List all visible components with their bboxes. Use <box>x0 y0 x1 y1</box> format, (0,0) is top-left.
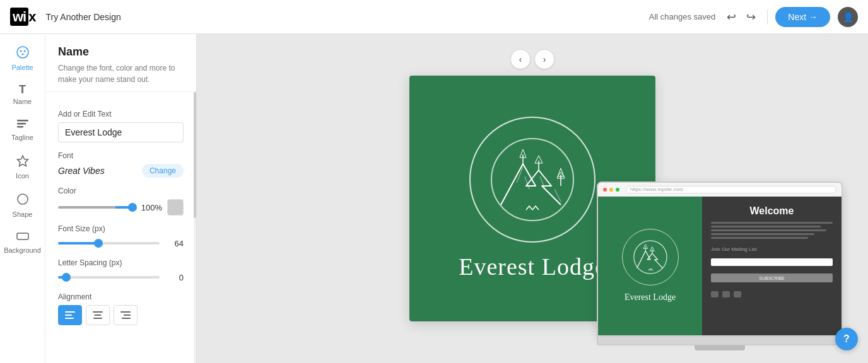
svg-point-1 <box>20 50 21 52</box>
panel-description: Change the font, color and more to make … <box>58 62 184 85</box>
browser-url-bar: https://www.mysite.com <box>626 186 836 193</box>
undo-button[interactable]: ↩ <box>723 8 740 26</box>
font-size-slider-container <box>58 237 160 250</box>
site-mountain-svg <box>632 239 669 275</box>
color-slider-container <box>58 201 134 214</box>
canvas-nav: ‹ › <box>510 49 554 69</box>
svg-point-0 <box>17 47 28 58</box>
palette-label: Palette <box>11 64 33 71</box>
desc-line-2 <box>711 226 821 228</box>
letter-spacing-label: Letter Spacing (px) <box>58 258 184 267</box>
alignment-row <box>58 305 184 325</box>
color-label: Color <box>58 187 184 195</box>
sidebar-item-background[interactable]: Background <box>0 224 45 260</box>
panel-title: Name <box>58 45 184 59</box>
svg-rect-6 <box>17 126 23 128</box>
divider <box>767 9 768 25</box>
site-desc-lines <box>711 222 833 239</box>
sidebar-item-shape[interactable]: Shape <box>0 186 45 224</box>
mountain-illustration <box>488 135 577 224</box>
prev-design-button[interactable]: ‹ <box>510 49 531 69</box>
change-font-button[interactable]: Change <box>142 164 184 178</box>
sidebar-item-palette[interactable]: Palette <box>0 39 45 78</box>
alignment-label: Alignment <box>58 292 184 301</box>
topbar-right: All changes saved ↩ ↪ Next → 👤 <box>649 7 858 27</box>
sidebar-item-name[interactable]: T Name <box>0 78 45 112</box>
email-icon-preview <box>734 291 741 297</box>
laptop-base <box>597 337 843 345</box>
name-icon: T <box>19 84 26 95</box>
logo-text: Everest Lodge <box>459 253 606 280</box>
shape-label: Shape <box>13 210 33 218</box>
saved-status: All changes saved <box>649 12 716 21</box>
background-icon <box>16 231 30 244</box>
site-sidebar: Everest Lodge <box>598 197 702 335</box>
svg-rect-5 <box>17 123 26 125</box>
svg-rect-10 <box>65 311 75 313</box>
subscribe-text: SUBSCRIBE <box>759 276 784 280</box>
sidebar-item-tagline[interactable]: Tagline <box>0 112 45 147</box>
add-edit-label: Add or Edit Text <box>58 110 184 118</box>
wix-logo: wix <box>10 9 35 25</box>
svg-point-8 <box>18 194 28 204</box>
email-input-preview <box>711 258 833 266</box>
icon-label: Icon <box>16 172 29 180</box>
desc-line-5 <box>711 237 808 239</box>
logo-text-input[interactable] <box>58 122 184 142</box>
svg-rect-11 <box>65 314 72 316</box>
icon-sidebar: Palette T Name Tagline Icon <box>0 34 45 363</box>
font-name: Great Vibes <box>58 166 105 176</box>
settings-panel: Name Change the font, color and more to … <box>45 34 197 363</box>
scroll-thumb <box>194 92 196 218</box>
align-center-button[interactable] <box>86 305 110 325</box>
url-text: https://www.mysite.com <box>630 187 683 192</box>
browser-bar: https://www.mysite.com <box>598 183 842 197</box>
svg-rect-18 <box>122 318 131 319</box>
name-label: Name <box>13 98 32 105</box>
svg-rect-13 <box>93 311 103 313</box>
sidebar-item-icon[interactable]: Icon <box>0 147 45 186</box>
svg-point-3 <box>21 54 23 55</box>
site-logo-circle <box>622 229 679 285</box>
font-size-row: 64 <box>58 237 184 250</box>
scroll-bar <box>194 92 196 363</box>
color-swatch[interactable] <box>167 199 184 216</box>
background-label: Background <box>4 246 41 254</box>
font-row: Great Vibes Change <box>58 164 184 178</box>
align-left-button[interactable] <box>58 305 82 325</box>
panel-header: Name Change the font, color and more to … <box>45 34 196 92</box>
color-value: 100% <box>139 203 162 212</box>
website-content: Everest Lodge Welcome Join Our Mailing L… <box>598 197 842 335</box>
next-design-button[interactable]: › <box>534 49 554 69</box>
letter-spacing-value: 0 <box>165 273 184 282</box>
align-right-button[interactable] <box>114 305 138 325</box>
avatar-button[interactable]: 👤 <box>838 7 858 27</box>
shape-icon <box>16 192 30 208</box>
social-icons <box>711 291 833 297</box>
svg-point-2 <box>23 50 25 52</box>
topbar-title: Try Another Design <box>45 12 648 22</box>
svg-rect-12 <box>65 318 74 319</box>
canvas-area: ‹ › <box>197 34 868 363</box>
desc-line-1 <box>711 222 833 224</box>
svg-rect-17 <box>124 314 131 316</box>
twitter-icon-preview <box>722 291 730 297</box>
tagline-label: Tagline <box>11 134 33 141</box>
next-button[interactable]: Next → <box>775 7 830 27</box>
tagline-icon <box>16 118 30 131</box>
desc-line-3 <box>711 229 826 231</box>
preview-area: https://www.mysite.com <box>597 182 843 350</box>
svg-rect-9 <box>17 233 28 239</box>
laptop-stand <box>695 345 745 350</box>
font-label: Font <box>58 151 184 160</box>
font-size-label: Font Size (px) <box>58 224 184 233</box>
main-layout: Palette T Name Tagline Icon <box>0 34 868 363</box>
redo-button[interactable]: ↪ <box>742 8 760 26</box>
browser-dot-red <box>603 188 607 192</box>
svg-rect-14 <box>95 314 102 316</box>
font-size-value: 64 <box>165 239 184 248</box>
site-main: Welcome Join Our Mailing List SUBSCRIBE <box>702 197 842 335</box>
letter-spacing-row: 0 <box>58 271 184 284</box>
undo-redo-group: ↩ ↪ <box>723 8 760 26</box>
help-button[interactable]: ? <box>835 328 858 350</box>
